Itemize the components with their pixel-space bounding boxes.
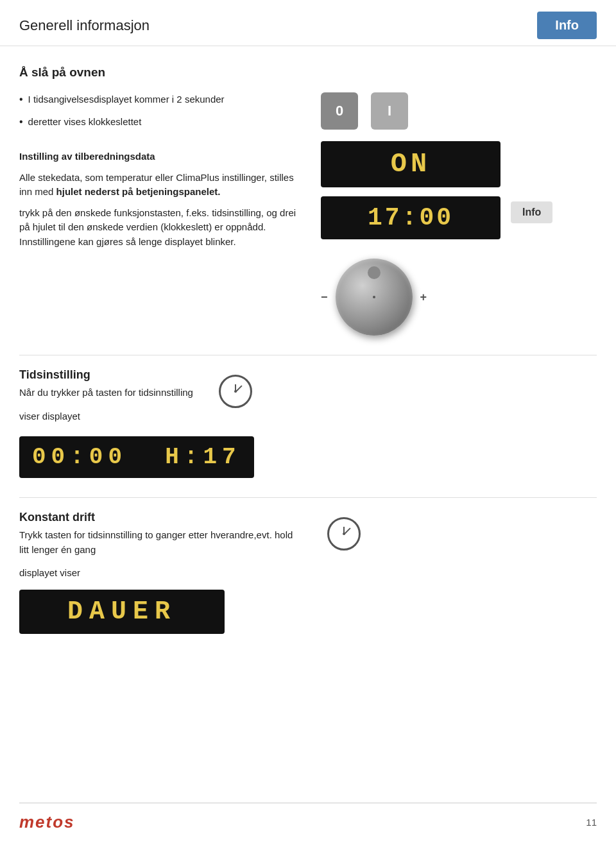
tids-title: Tidsinstilling xyxy=(19,368,193,382)
konstant-display-label: displayet viser xyxy=(19,566,597,581)
knob-plus-label: + xyxy=(420,291,427,304)
section-startup-title: Å slå på ovnen xyxy=(19,65,597,80)
section-tidsinstilling: Tidsinstilling Når du trykker på tasten … xyxy=(19,368,597,478)
tids-display-text: 00:00 H:17 xyxy=(32,444,241,470)
bullet-item-1: • I tidsangivelsesdisplayet kommer i 2 s… xyxy=(19,92,302,107)
section-startup: Å slå på ovnen • I tidsangivelsesdisplay… xyxy=(19,65,597,336)
on-display-panel: ON xyxy=(321,141,501,187)
clock-center xyxy=(234,390,237,393)
knob-area: − + xyxy=(321,259,427,336)
bullet-text-2: deretter vises klokkeslettet xyxy=(28,115,142,130)
brand-logo: metos xyxy=(19,812,75,832)
page-header: Generell informasjon Info xyxy=(0,0,616,46)
info-badge-header: Info xyxy=(537,12,597,39)
konstant-display-panel: DAUER xyxy=(19,590,225,634)
instilling-body2: trykk på den ønskede funksjonstasten, f.… xyxy=(19,206,302,250)
instilling-title: Instilling av tilberedningsdata xyxy=(19,149,302,164)
clock-hand-k xyxy=(343,527,345,534)
knob-control[interactable] xyxy=(336,259,413,336)
konstant-display-text: DAUER xyxy=(32,597,212,626)
clock-icon-tids xyxy=(219,375,252,408)
page-title: Generell informasjon xyxy=(19,17,150,34)
off-button[interactable]: 0 xyxy=(321,92,358,130)
clock-hand xyxy=(235,384,236,392)
page-number: 11 xyxy=(586,817,597,828)
bullet-marker-1: • xyxy=(19,94,23,105)
section-konstant: Konstant drift Trykk tasten for tidsinns… xyxy=(19,511,597,634)
konstant-left: Konstant drift Trykk tasten for tidsinns… xyxy=(19,511,302,566)
startup-layout: • I tidsangivelsesdisplayet kommer i 2 s… xyxy=(19,92,597,336)
on-off-buttons: 0 I xyxy=(321,92,415,130)
tids-left: Tidsinstilling Når du trykker på tasten … xyxy=(19,368,193,430)
page-footer: metos 11 xyxy=(19,803,597,832)
bullet-text-1: I tidsangivelsesdisplayet kommer i 2 sek… xyxy=(28,92,225,107)
konstant-title: Konstant drift xyxy=(19,511,302,524)
on-display-text: ON xyxy=(334,149,488,180)
info-badge-side: Info xyxy=(511,201,552,223)
knob-dot xyxy=(373,296,375,298)
konstant-layout: Konstant drift Trykk tasten for tidsinns… xyxy=(19,511,597,566)
startup-left-col: • I tidsangivelsesdisplayet kommer i 2 s… xyxy=(19,92,302,336)
tids-display-panel: 00:00 H:17 xyxy=(19,436,254,478)
tids-layout: Tidsinstilling Når du trykker på tasten … xyxy=(19,368,597,430)
konstant-body1: Trykk tasten for tidsinnstilling to gang… xyxy=(19,528,302,557)
clock-center-k xyxy=(343,533,345,535)
divider-1 xyxy=(19,355,597,355)
startup-right-col: 0 I ON 17:00 Info − xyxy=(302,92,597,336)
tids-display-label: viser displayet xyxy=(19,409,193,424)
clock-icon-konstant xyxy=(327,517,361,551)
bullet-marker-2: • xyxy=(19,116,23,128)
bullet-item-2: • deretter vises klokkeslettet xyxy=(19,115,302,130)
on-button[interactable]: I xyxy=(371,92,408,130)
time-display-text: 17:00 xyxy=(334,204,488,232)
instilling-body1: Alle stekedata, som temperatur eller Cli… xyxy=(19,171,302,200)
konstant-right xyxy=(327,511,361,559)
time-display-panel: 17:00 xyxy=(321,196,501,239)
time-display-row: 17:00 Info xyxy=(314,196,552,239)
main-content: Å slå på ovnen • I tidsangivelsesdisplay… xyxy=(0,46,616,672)
instilling-block: Instilling av tilberedningsdata Alle ste… xyxy=(19,149,302,249)
divider-2 xyxy=(19,497,597,498)
knob-minus-label: − xyxy=(321,291,328,304)
instilling-title-strong: Instilling av tilberedningsdata xyxy=(19,151,155,162)
tids-body: Når du trykker på tasten for tidsinnstil… xyxy=(19,386,193,400)
tids-right xyxy=(219,368,252,417)
